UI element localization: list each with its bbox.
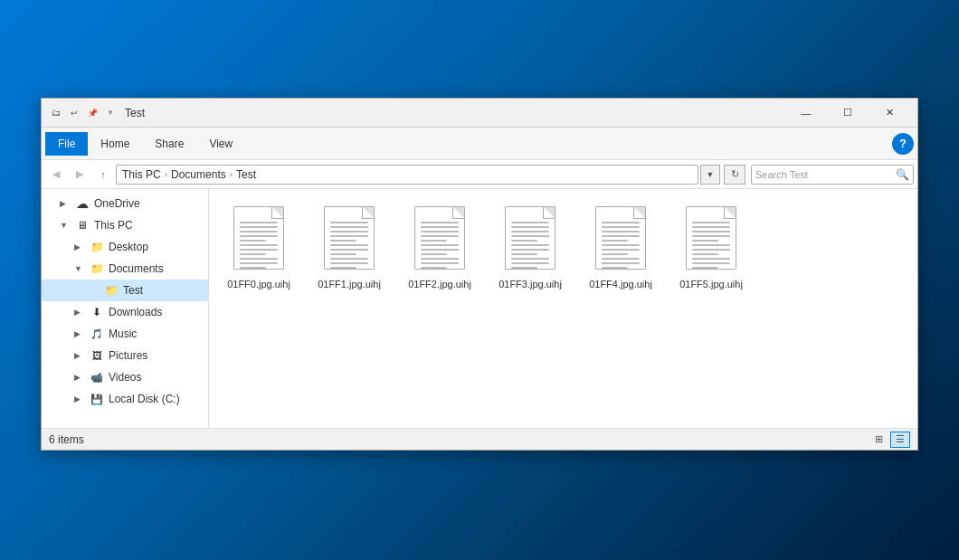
doc-lines-5 <box>692 222 730 269</box>
doc-lines-3 <box>511 222 549 269</box>
search-box[interactable]: 🔍 <box>751 165 914 185</box>
sidebar-item-music[interactable]: ▶ 🎵 Music <box>42 323 208 345</box>
doc-line <box>511 258 549 260</box>
explorer-window: 🗂 ↩ 📌 ▼ Test — ☐ ✕ File Home Share View … <box>41 98 918 451</box>
sidebar-label-documents: Documents <box>109 262 164 275</box>
path-documents: Documents <box>171 168 226 181</box>
doc-line <box>240 249 278 251</box>
forward-button[interactable]: ▶ <box>69 164 90 185</box>
list-view-button[interactable]: ☰ <box>890 432 910 448</box>
doc-icon-4 <box>595 206 646 270</box>
test-folder-icon: 📁 <box>103 282 119 299</box>
sidebar-label-localdisk: Local Disk (C:) <box>109 393 180 405</box>
file-area: 01FF0.jpg.uihj <box>209 189 917 428</box>
doc-line <box>511 244 549 246</box>
address-dropdown[interactable]: ▼ <box>700 165 720 185</box>
doc-line <box>330 244 368 246</box>
doc-line <box>692 244 730 246</box>
localdisk-icon: 💾 <box>89 391 105 407</box>
doc-line <box>240 226 278 228</box>
tab-file[interactable]: File <box>45 132 88 156</box>
undo-icon: ↩ <box>67 106 81 120</box>
doc-line <box>330 235 368 237</box>
item-count: 6 items <box>49 433 869 446</box>
minimize-button[interactable]: — <box>785 99 827 128</box>
help-button[interactable]: ? <box>892 133 914 155</box>
file-icon-3 <box>499 202 561 274</box>
dropdown-icon[interactable]: ▼ <box>103 106 118 120</box>
tab-home[interactable]: Home <box>88 132 142 156</box>
doc-lines-4 <box>602 222 640 269</box>
file-name: 01FF2.jpg.uihj <box>408 278 471 290</box>
file-icon-4 <box>590 202 651 274</box>
window-title: Test <box>125 107 785 119</box>
file-item[interactable]: 01FF5.jpg.uihj <box>670 198 752 294</box>
music-icon: 🎵 <box>89 326 105 342</box>
doc-icon-1 <box>324 206 375 270</box>
sidebar-item-desktop[interactable]: ▶ 📁 Desktop <box>42 236 208 258</box>
sidebar-label-thispc: This PC <box>94 219 133 232</box>
file-item[interactable]: 01FF1.jpg.uihj <box>309 198 390 294</box>
doc-line <box>602 258 640 260</box>
sidebar-item-downloads[interactable]: ▶ ⬇ Downloads <box>42 301 208 323</box>
documents-icon: 📁 <box>89 261 105 277</box>
maximize-button[interactable]: ☐ <box>827 99 869 128</box>
title-bar: 🗂 ↩ 📌 ▼ Test — ☐ ✕ <box>42 99 917 128</box>
sidebar-label-downloads: Downloads <box>109 306 162 318</box>
file-item[interactable]: 01FF4.jpg.uihj <box>580 198 661 294</box>
expand-arrow-docs: ▼ <box>74 264 89 273</box>
search-input[interactable] <box>755 169 896 180</box>
tab-view[interactable]: View <box>196 132 245 156</box>
file-name: 01FF5.jpg.uihj <box>679 278 743 290</box>
search-icon[interactable]: 🔍 <box>896 168 909 181</box>
sidebar-item-thispc[interactable]: ▼ 🖥 This PC <box>42 214 208 236</box>
doc-line <box>692 231 730 233</box>
doc-line <box>421 222 459 223</box>
sidebar-item-videos[interactable]: ▶ 📹 Videos <box>42 366 208 388</box>
sidebar-item-onedrive[interactable]: ▶ ☁ OneDrive <box>42 193 208 214</box>
expand-arrow-music: ▶ <box>74 329 89 338</box>
sidebar-label-music: Music <box>109 327 137 340</box>
sidebar-label-pictures: Pictures <box>109 349 147 362</box>
title-bar-icons: 🗂 ↩ 📌 ▼ <box>49 106 118 120</box>
doc-line <box>602 222 640 223</box>
doc-line <box>692 262 730 264</box>
sidebar-item-test[interactable]: 📁 Test <box>42 280 208 301</box>
doc-line <box>330 222 368 223</box>
up-button[interactable]: ↑ <box>92 164 114 185</box>
doc-line <box>511 235 549 237</box>
expand-arrow-disk: ▶ <box>74 394 89 403</box>
address-path[interactable]: This PC › Documents › Test <box>116 165 698 185</box>
doc-lines-1 <box>330 222 368 269</box>
doc-line <box>330 267 356 269</box>
file-item[interactable]: 01FF0.jpg.uihj <box>218 198 299 294</box>
doc-line <box>330 231 368 233</box>
doc-line <box>511 253 537 255</box>
sidebar-label-test: Test <box>123 284 143 297</box>
doc-line <box>692 222 730 223</box>
doc-line <box>511 226 549 228</box>
doc-line <box>511 231 549 233</box>
file-icon-1 <box>318 202 380 274</box>
tab-share[interactable]: Share <box>142 132 196 156</box>
grid-view-button[interactable]: ⊞ <box>869 432 888 448</box>
doc-line <box>511 267 537 269</box>
refresh-button[interactable]: ↻ <box>724 165 745 185</box>
file-name: 01FF1.jpg.uihj <box>318 278 381 290</box>
close-button[interactable]: ✕ <box>869 99 910 128</box>
doc-line <box>240 258 278 260</box>
address-bar: ◀ ▶ ↑ This PC › Documents › Test ▼ ↻ 🔍 <box>42 160 917 189</box>
desktop-icon: 📁 <box>89 239 105 255</box>
back-button[interactable]: ◀ <box>45 164 67 185</box>
file-item[interactable]: 01FF2.jpg.uihj <box>399 198 480 294</box>
sidebar-item-documents[interactable]: ▼ 📁 Documents <box>42 258 208 280</box>
file-icon-0 <box>228 202 290 274</box>
file-item[interactable]: 01FF3.jpg.uihj <box>489 198 571 294</box>
main-content: ▶ ☁ OneDrive ▼ 🖥 This PC ▶ 📁 Desktop ▼ 📁… <box>42 189 917 428</box>
expand-arrow: ▶ <box>60 199 74 208</box>
file-icon-5 <box>680 202 742 274</box>
doc-line <box>421 253 447 255</box>
sidebar-item-localdisk[interactable]: ▶ 💾 Local Disk (C:) <box>42 388 208 410</box>
sidebar-item-pictures[interactable]: ▶ 🖼 Pictures <box>42 345 208 366</box>
downloads-icon: ⬇ <box>89 304 105 320</box>
